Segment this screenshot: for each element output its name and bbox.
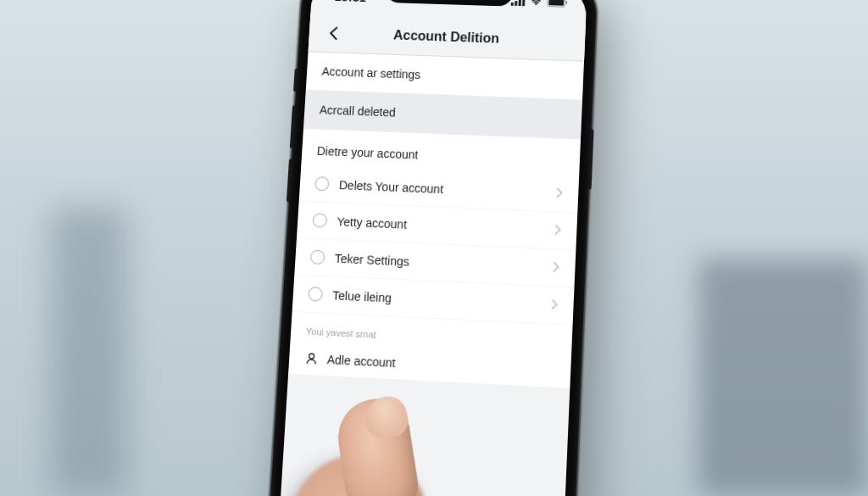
- user-icon: [303, 350, 319, 365]
- volume-down-button: [286, 159, 291, 202]
- radio-icon: [309, 249, 325, 265]
- svg-rect-6: [565, 1, 567, 4]
- top-section: Account ar settings Acrcall deleted: [303, 52, 583, 139]
- page-title: Account Delition: [392, 27, 499, 46]
- phone-screen: 15:31: [277, 0, 587, 496]
- chevron-right-icon: [552, 260, 559, 274]
- status-time: 15:31: [334, 0, 366, 3]
- option-left: Teker Settings: [309, 249, 409, 268]
- option-left: Yetty account: [312, 213, 407, 231]
- back-button[interactable]: [320, 20, 346, 45]
- phone-frame: 15:31: [266, 0, 597, 496]
- option-label: Delets Your account: [338, 177, 443, 195]
- status-icons: [510, 0, 568, 10]
- option-label: Telue ileing: [331, 287, 391, 304]
- wifi-icon: [529, 0, 543, 9]
- chevron-left-icon: [327, 25, 338, 40]
- svg-rect-3: [521, 0, 524, 6]
- chevron-right-icon: [550, 298, 558, 311]
- svg-rect-5: [548, 0, 564, 5]
- chevron-right-icon: [554, 223, 561, 237]
- radio-icon: [308, 287, 323, 302]
- volume-up-button: [289, 105, 294, 148]
- power-button: [588, 129, 593, 189]
- phone-container: 15:31: [266, 0, 597, 496]
- svg-rect-1: [515, 1, 517, 6]
- battery-icon: [546, 0, 568, 10]
- radio-icon: [314, 176, 330, 191]
- option-left: Telue ileing: [308, 287, 392, 304]
- mute-switch: [293, 68, 298, 91]
- chevron-right-icon: [555, 187, 563, 200]
- option-label: Yetty account: [337, 214, 407, 230]
- option-label: Teker Settings: [334, 251, 409, 268]
- background-tower: [51, 208, 127, 496]
- radio-icon: [312, 213, 327, 227]
- option-left: Delets Your account: [314, 176, 443, 196]
- row-label: Account ar settings: [321, 64, 420, 81]
- footer-item-label: Adle account: [326, 352, 396, 369]
- background-building: [698, 259, 868, 496]
- signal-icon: [510, 0, 526, 9]
- svg-rect-0: [510, 2, 513, 5]
- row-label: Acrcall deleted: [319, 103, 396, 119]
- svg-rect-2: [518, 0, 520, 6]
- svg-point-7: [309, 353, 314, 358]
